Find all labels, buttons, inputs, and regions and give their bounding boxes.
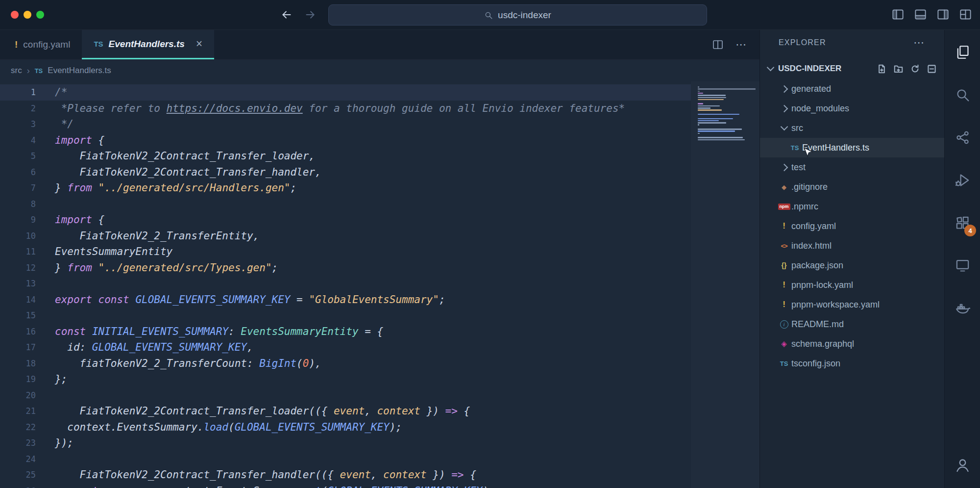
tree-item-label: tsconfig.json: [791, 359, 840, 369]
chevron-right-icon: [777, 86, 791, 92]
tree-file-config-yaml[interactable]: !config.yaml: [760, 216, 944, 236]
minimize-window-icon[interactable]: [24, 11, 31, 19]
code-line[interactable]: 26 const summary = context.EventsSummary…: [0, 483, 760, 488]
breadcrumb-file[interactable]: EventHandlers.ts: [48, 66, 111, 76]
code-text: } from "../generated/src/Handlers.gen";: [55, 182, 296, 194]
tree-file-gitignore[interactable]: ◆.gitignore: [760, 177, 944, 197]
tab-eventhandlers-ts[interactable]: TS EventHandlers.ts ×: [82, 30, 214, 59]
tree-file-tsconfig-json[interactable]: TStsconfig.json: [760, 354, 944, 373]
code-line[interactable]: 13: [0, 276, 760, 292]
tree-item-label: .gitignore: [791, 182, 828, 192]
code-text: FiatTokenV2_2Contract_Transfer_loader,: [55, 150, 315, 162]
layout-panel-bottom-icon[interactable]: [914, 8, 927, 21]
close-window-icon[interactable]: [11, 11, 19, 19]
code-line[interactable]: 14export const GLOBAL_EVENTS_SUMMARY_KEY…: [0, 292, 760, 308]
code-line[interactable]: 11EventsSummaryEntity: [0, 244, 760, 260]
code-line[interactable]: 18 fiatTokenV2_2_TransferCount: BigInt(0…: [0, 356, 760, 372]
code-line[interactable]: 21 FiatTokenV2_2Contract_Transfer_loader…: [0, 403, 760, 419]
command-center-search[interactable]: usdc-indexer: [328, 4, 707, 26]
explorer-icon[interactable]: [945, 31, 980, 74]
line-number: 13: [0, 279, 36, 288]
tree-folder-src[interactable]: src: [760, 118, 944, 138]
remote-explorer-icon[interactable]: [945, 244, 980, 287]
line-number: 21: [0, 406, 36, 416]
code-line[interactable]: 10 FiatTokenV2_2_TransferEntity,: [0, 228, 760, 244]
collapse-all-icon[interactable]: [927, 64, 936, 74]
code-line[interactable]: 22 context.EventsSummary.load(GLOBAL_EVE…: [0, 419, 760, 436]
code-line[interactable]: 4import {: [0, 132, 760, 149]
titlebar: usdc-indexer: [0, 0, 980, 30]
tree-file-npmrc[interactable]: npm.npmrc: [760, 197, 944, 216]
forward-icon[interactable]: [304, 8, 317, 21]
tree-file-pnpm-workspace-yaml[interactable]: !pnpm-workspace.yaml: [760, 295, 944, 314]
git-icon: ◆: [777, 183, 791, 191]
minimap-line: [698, 86, 699, 88]
tree-folder-test[interactable]: test: [760, 157, 944, 177]
close-tab-icon[interactable]: ×: [196, 37, 202, 51]
explorer-more-icon[interactable]: ⋯: [913, 36, 925, 49]
code-line[interactable]: 24: [0, 451, 760, 467]
tree-folder-generated[interactable]: generated: [760, 79, 944, 99]
tree-file-eventhandlers-ts[interactable]: TSEventHandlers.ts: [760, 138, 944, 157]
run-debug-icon[interactable]: [945, 159, 980, 202]
more-actions-icon[interactable]: ⋯: [735, 38, 747, 51]
code-line[interactable]: 15: [0, 308, 760, 324]
layout-sidebar-left-icon[interactable]: [891, 8, 905, 21]
code-lines: 1/*2 *Please refer to https://docs.envio…: [0, 84, 760, 488]
back-icon[interactable]: [280, 8, 293, 21]
tree-file-index-html[interactable]: <>index.html: [760, 236, 944, 256]
code-line[interactable]: 2 *Please refer to https://docs.envio.de…: [0, 101, 760, 117]
code-line[interactable]: 17 id: GLOBAL_EVENTS_SUMMARY_KEY,: [0, 339, 760, 356]
tree-file-pnpm-lock-yaml[interactable]: !pnpm-lock.yaml: [760, 275, 944, 295]
layout-sidebar-right-icon[interactable]: [936, 8, 950, 21]
explorer-section-usdc-indexer[interactable]: USDC-INDEXER: [760, 58, 944, 79]
search-icon[interactable]: [945, 74, 980, 116]
ts-icon: TS: [94, 40, 103, 48]
code-line[interactable]: 5 FiatTokenV2_2Contract_Transfer_loader,: [0, 148, 760, 164]
tree-file-schema-graphql[interactable]: ◈schema.graphql: [760, 334, 944, 354]
code-line[interactable]: 12} from "../generated/src/Types.gen";: [0, 260, 760, 276]
editor-layout-icon[interactable]: [959, 8, 972, 21]
minimap-line: [698, 128, 742, 130]
split-editor-icon[interactable]: [712, 39, 724, 51]
tab-config-yaml[interactable]: ! config.yaml: [3, 30, 82, 59]
code-line[interactable]: 7} from "../generated/src/Handlers.gen";: [0, 180, 760, 196]
tree-folder-node-modules[interactable]: node_modules: [760, 99, 944, 118]
account-icon[interactable]: [945, 457, 980, 473]
sidebar-header: EXPLORER ⋯: [760, 30, 944, 55]
file-tree: generatednode_modulessrcTSEventHandlers.…: [760, 79, 944, 373]
minimap-line: [698, 120, 719, 122]
zoom-window-icon[interactable]: [36, 11, 44, 19]
editor-group: ! config.yaml TS EventHandlers.ts × ⋯ sr…: [0, 30, 760, 488]
tree-file-package-json[interactable]: {}package.json: [760, 256, 944, 275]
code-line[interactable]: 23});: [0, 435, 760, 451]
code-line[interactable]: 1/*: [0, 84, 691, 101]
breadcrumb[interactable]: src › TS EventHandlers.ts: [0, 60, 760, 81]
code-line[interactable]: 20: [0, 387, 760, 404]
code-text: FiatTokenV2_2Contract_Transfer_handler((…: [55, 469, 476, 481]
new-folder-icon[interactable]: [894, 64, 903, 74]
code-line[interactable]: 16const INITIAL_EVENTS_SUMMARY: EventsSu…: [0, 324, 760, 340]
code-line[interactable]: 3 */: [0, 116, 760, 132]
code-text: const summary = context.EventsSummary.ge…: [55, 485, 495, 488]
code-line[interactable]: 25 FiatTokenV2_2Contract_Transfer_handle…: [0, 467, 760, 483]
refresh-icon[interactable]: [910, 64, 920, 74]
yaml-icon: !: [777, 221, 791, 231]
code-text: FiatTokenV2_2_TransferEntity,: [55, 230, 259, 242]
code-line[interactable]: 8: [0, 196, 760, 212]
minimap-line: [698, 99, 724, 101]
code-editor[interactable]: 1/*2 *Please refer to https://docs.envio…: [0, 81, 760, 488]
tree-file-readme-md[interactable]: iREADME.md: [760, 314, 944, 334]
docker-icon[interactable]: [945, 287, 980, 330]
code-line[interactable]: 9import {: [0, 212, 760, 228]
minimap-line: [698, 124, 699, 126]
minimap[interactable]: [691, 81, 760, 488]
code-text: FiatTokenV2_2Contract_Transfer_loader(({…: [55, 405, 470, 417]
minimap-line: [698, 130, 735, 132]
extensions-icon[interactable]: 4: [945, 202, 980, 244]
breadcrumb-folder[interactable]: src: [11, 66, 22, 76]
source-control-icon[interactable]: [945, 116, 980, 159]
code-line[interactable]: 6 FiatTokenV2_2Contract_Transfer_handler…: [0, 164, 760, 180]
new-file-icon[interactable]: [877, 64, 886, 74]
code-line[interactable]: 19};: [0, 371, 760, 387]
